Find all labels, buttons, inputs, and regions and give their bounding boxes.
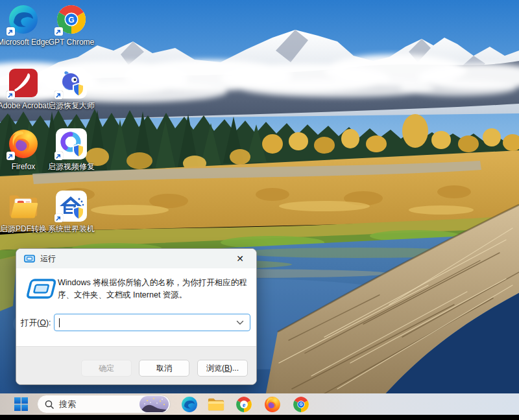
close-icon[interactable]: ✕ xyxy=(232,250,248,267)
screen-bottom-strip xyxy=(0,415,519,420)
svg-text:G: G xyxy=(68,16,74,25)
desktop-icon-microsoft-edge[interactable]: Microsoft Edge xyxy=(0,4,51,47)
desktop-icon-label: GPT Chrome xyxy=(49,38,94,47)
run-dialog-titlebar[interactable]: 运行 ✕ xyxy=(16,249,256,268)
dialog-title: 运行 xyxy=(40,253,56,264)
qiyuan-pdf-converter-folder-icon xyxy=(8,191,39,221)
shortcut-arrow-icon xyxy=(54,152,63,160)
start-button[interactable] xyxy=(9,393,32,415)
search-highlight-image[interactable] xyxy=(139,396,169,412)
desktop-icon-qiyuan-video-repair[interactable]: 启源视频修复 xyxy=(44,128,99,172)
windows-logo-icon xyxy=(14,397,28,411)
text-caret xyxy=(59,318,60,327)
desktop-icon-label: 启源PDF转换 xyxy=(0,224,47,234)
shortcut-arrow-icon xyxy=(6,27,15,36)
browse-button[interactable]: 浏览(B)... xyxy=(197,360,248,377)
firefox-icon xyxy=(264,396,281,413)
svg-text:G: G xyxy=(299,402,302,406)
shortcut-arrow-icon xyxy=(6,152,15,160)
run-dialog-icon xyxy=(25,279,56,302)
ok-button[interactable]: 确定 xyxy=(81,360,132,377)
desktop-icon-firefox[interactable]: Firefox xyxy=(0,128,51,172)
run-dialog-description: Windows 将根据你所输入的名称，为你打开相应的程序、文件夹、文档或 Int… xyxy=(58,277,250,301)
desktop-icon-label: 系统世界装机 xyxy=(48,224,95,234)
desktop-icon-system-world-installer[interactable]: 系统世界装机 xyxy=(44,191,99,234)
gpt-chrome-icon: G xyxy=(293,396,309,413)
file-explorer-icon xyxy=(208,396,224,413)
desktop-icon-qiyuan-recovery-master[interactable]: 启源恢复大师 xyxy=(44,67,99,111)
taskbar-icon-gpt-chrome[interactable]: G xyxy=(292,395,309,413)
desktop-icon-label: Adobe Acrobat xyxy=(0,101,49,111)
taskbar: 搜索 xyxy=(0,393,519,415)
taskbar-icon-edge[interactable] xyxy=(180,395,198,413)
taskbar-icon-file-explorer[interactable] xyxy=(207,395,224,413)
search-placeholder-text: 搜索 xyxy=(59,399,76,410)
svg-text:e: e xyxy=(242,401,245,408)
desktop-icon-gpt-chrome[interactable]: G GPT Chrome xyxy=(44,4,99,47)
desktop-icon-label: Microsoft Edge xyxy=(0,38,49,47)
desktop-icon-qiyuan-pdf-converter[interactable]: 启源PDF转换 xyxy=(0,191,51,234)
shortcut-arrow-icon xyxy=(54,91,63,99)
shortcut-arrow-icon xyxy=(54,214,63,222)
desktop-icon-label: Firefox xyxy=(12,162,36,172)
open-label: 打开(O): xyxy=(21,318,51,329)
taskbar-icon-firefox[interactable] xyxy=(263,395,281,413)
cancel-button[interactable]: 取消 xyxy=(139,360,189,377)
run-command-combobox[interactable] xyxy=(54,314,250,331)
run-dialog: 运行 ✕ Windows 将根据你所输入的名称，为你打开相应的程序、文件夹、文档… xyxy=(16,248,257,385)
run-dialog-footer: 确定 取消 浏览(B)... xyxy=(16,346,256,384)
e-browser-icon: e xyxy=(235,396,252,413)
search-icon xyxy=(45,400,54,409)
shortcut-arrow-icon xyxy=(54,27,63,36)
taskbar-search[interactable]: 搜索 xyxy=(37,395,171,414)
desktop-icon-label: 启源恢复大师 xyxy=(48,101,95,111)
chevron-down-icon[interactable] xyxy=(236,320,244,325)
desktop-icon-label: 启源视频修复 xyxy=(48,162,95,172)
desktop-screen: Microsoft Edge G GPT Chrome xyxy=(0,0,519,420)
desktop-icon-adobe-acrobat[interactable]: Adobe Acrobat xyxy=(0,67,51,111)
run-window-icon xyxy=(24,255,35,263)
edge-icon xyxy=(181,396,198,413)
shortcut-arrow-icon xyxy=(6,91,15,99)
taskbar-icon-e-browser[interactable]: e xyxy=(235,395,252,413)
run-command-input[interactable] xyxy=(54,314,236,331)
